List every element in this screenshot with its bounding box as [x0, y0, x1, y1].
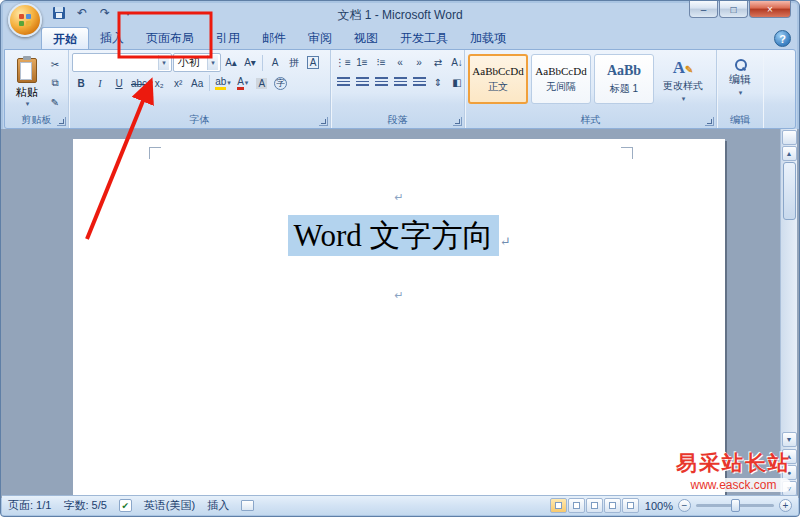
style-no-spacing[interactable]: AaBbCcDd 无间隔	[531, 54, 591, 104]
redo-button[interactable]: ↷	[95, 4, 115, 22]
format-painter-button[interactable]: ✎	[46, 93, 64, 111]
web-layout-view-button[interactable]	[586, 498, 603, 513]
align-left-button[interactable]	[334, 73, 352, 91]
underline-button[interactable]: U	[110, 74, 128, 92]
editing-group-label: 编辑	[717, 113, 763, 127]
increase-indent-button[interactable]: »	[410, 53, 428, 71]
chevron-down-icon: ▾	[739, 89, 743, 97]
scrollbar-thumb[interactable]	[783, 162, 796, 220]
document-text-line[interactable]: Word 文字方向↵	[73, 215, 725, 257]
clipboard-dialog-launcher-icon[interactable]	[57, 117, 66, 126]
bold-button[interactable]: B	[72, 74, 90, 92]
ruler-toggle-button[interactable]	[782, 130, 797, 145]
insert-mode-indicator[interactable]: 插入	[207, 498, 229, 513]
change-case-button[interactable]: Aa	[188, 74, 206, 92]
enclose-characters-button[interactable]: 字	[272, 74, 290, 92]
zoom-slider[interactable]	[696, 504, 774, 507]
change-styles-button[interactable]: A✎ 更改样式 ▾	[657, 54, 709, 110]
minimize-button[interactable]: –	[689, 1, 718, 18]
font-color-button[interactable]: A▾	[234, 74, 252, 92]
style-heading-1[interactable]: AaBb 标题 1	[594, 54, 654, 104]
paragraph-dialog-launcher-icon[interactable]	[453, 117, 462, 126]
font-dialog-launcher-icon[interactable]	[319, 117, 328, 126]
tab-references[interactable]: 引用	[205, 27, 251, 49]
asian-layout-button[interactable]: ⇄	[429, 53, 447, 71]
styles-dialog-launcher-icon[interactable]	[705, 117, 714, 126]
scroll-up-button[interactable]: ▲	[782, 146, 797, 161]
previous-page-button[interactable]: ▲	[782, 449, 797, 464]
draft-view-button[interactable]	[622, 498, 639, 513]
style-normal[interactable]: AaBbCcDd 正文	[468, 54, 528, 104]
undo-button[interactable]: ↶	[72, 4, 92, 22]
paste-label: 粘贴	[16, 85, 38, 100]
subscript-button[interactable]: x₂	[150, 74, 168, 92]
save-button[interactable]	[49, 4, 69, 22]
macro-record-button[interactable]	[241, 500, 254, 511]
strikethrough-button[interactable]: abc	[129, 74, 149, 92]
decrease-indent-button[interactable]: «	[391, 53, 409, 71]
shading-button[interactable]: ◧	[448, 73, 466, 91]
chevron-down-icon: ▾	[207, 55, 218, 70]
qat-customize-button[interactable]: ▾	[118, 4, 138, 22]
print-layout-view-button[interactable]	[550, 498, 567, 513]
page-indicator[interactable]: 页面: 1/1	[8, 498, 51, 513]
word-count-indicator[interactable]: 字数: 5/5	[63, 498, 106, 513]
office-button[interactable]	[8, 3, 42, 37]
fullscreen-reading-view-button[interactable]	[568, 498, 585, 513]
style-name: 无间隔	[546, 80, 576, 94]
zoom-out-button[interactable]: −	[678, 499, 691, 512]
language-indicator[interactable]: 英语(美国)	[144, 498, 195, 513]
document-page[interactable]: ↵ Word 文字方向↵ ↵	[73, 139, 725, 498]
spellcheck-status[interactable]: ✔	[119, 499, 132, 512]
distribute-button[interactable]	[410, 73, 428, 91]
character-shading-button[interactable]: A	[253, 74, 271, 92]
next-page-button[interactable]: ▼	[782, 481, 797, 496]
change-styles-icon: A✎	[673, 61, 694, 77]
multilevel-list-button[interactable]: ⁝≡	[372, 53, 390, 71]
align-right-button[interactable]	[372, 73, 390, 91]
tab-page-layout[interactable]: 页面布局	[135, 27, 205, 49]
italic-button[interactable]: I	[91, 74, 109, 92]
grow-font-button[interactable]: A▴	[222, 54, 240, 72]
help-button[interactable]: ?	[774, 30, 791, 47]
text-highlight-button[interactable]: ab▾	[213, 74, 233, 92]
font-size-combo[interactable]: 小初 ▾	[173, 53, 221, 72]
scroll-down-button[interactable]: ▼	[782, 432, 797, 447]
editing-button[interactable]: 编辑 ▾	[724, 56, 756, 100]
select-browse-object-button[interactable]: ●	[782, 465, 797, 480]
superscript-button[interactable]: x²	[169, 74, 187, 92]
justify-button[interactable]	[391, 73, 409, 91]
maximize-button[interactable]: □	[719, 1, 748, 18]
sort-button[interactable]: A↓	[448, 53, 466, 71]
font-name-combo[interactable]: ▾	[72, 53, 172, 72]
align-center-button[interactable]	[353, 73, 371, 91]
paste-button[interactable]: 粘贴 ▾	[8, 53, 46, 113]
vertical-scrollbar[interactable]: ▲ ▼ ▲ ● ▼	[780, 129, 797, 498]
tab-view[interactable]: 视图	[343, 27, 389, 49]
align-left-icon	[337, 77, 350, 88]
tab-developer[interactable]: 开发工具	[389, 27, 459, 49]
tab-home[interactable]: 开始	[41, 27, 89, 49]
selected-text[interactable]: Word 文字方向	[288, 215, 500, 256]
pinyin-guide-button[interactable]: 拼	[285, 54, 303, 72]
ribbon-tab-bar: 开始 插入 页面布局 引用 邮件 审阅 视图 开发工具 加载项 ?	[1, 27, 799, 49]
tab-mailings[interactable]: 邮件	[251, 27, 297, 49]
clear-formatting-button[interactable]: A	[266, 54, 284, 72]
character-border-button[interactable]: A	[304, 54, 322, 72]
paragraph-mark: ↵	[499, 234, 510, 249]
numbering-button[interactable]: 1≡	[353, 53, 371, 71]
zoom-slider-thumb[interactable]	[731, 499, 740, 512]
close-button[interactable]: ×	[749, 1, 791, 18]
statusbar-right: 100% − +	[550, 498, 792, 513]
line-spacing-button[interactable]: ⇕	[429, 73, 447, 91]
copy-button[interactable]: ⧉	[46, 74, 64, 92]
outline-view-button[interactable]	[604, 498, 621, 513]
shrink-font-button[interactable]: A▾	[241, 54, 259, 72]
zoom-in-button[interactable]: +	[779, 499, 792, 512]
cut-button[interactable]: ✂	[46, 55, 64, 73]
bullets-button[interactable]: ⋮≡	[334, 53, 352, 71]
tab-insert[interactable]: 插入	[89, 27, 135, 49]
zoom-level[interactable]: 100%	[645, 500, 673, 512]
tab-review[interactable]: 审阅	[297, 27, 343, 49]
tab-addins[interactable]: 加载项	[459, 27, 517, 49]
